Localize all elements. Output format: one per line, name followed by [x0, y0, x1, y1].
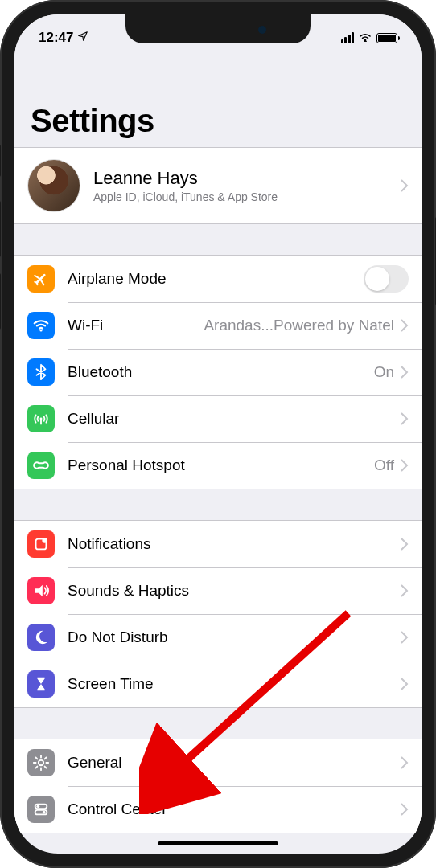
- profile-subtitle: Apple ID, iCloud, iTunes & App Store: [93, 190, 278, 203]
- row-label: Wi-Fi: [68, 317, 103, 334]
- row-wifi[interactable]: Wi-Fi Arandas...Powered by Natel: [14, 302, 422, 349]
- row-label: Screen Time: [68, 675, 154, 693]
- avatar: [27, 159, 80, 212]
- row-do-not-disturb[interactable]: Do Not Disturb: [14, 614, 422, 661]
- chevron-right-icon: [401, 459, 409, 472]
- bluetooth-icon: [27, 358, 55, 386]
- row-label: General: [68, 754, 122, 772]
- cellular-icon: [27, 405, 55, 432]
- hourglass-icon: [27, 670, 55, 698]
- chevron-right-icon: [401, 179, 409, 192]
- svg-point-6: [39, 760, 43, 765]
- airplane-toggle[interactable]: [364, 265, 409, 293]
- svg-point-10: [43, 811, 46, 814]
- row-label: Bluetooth: [68, 363, 132, 381]
- row-cellular[interactable]: Cellular: [14, 395, 422, 442]
- row-label: Control Center: [68, 800, 167, 818]
- row-label: Sounds & Haptics: [68, 582, 189, 600]
- wifi-settings-icon: [27, 312, 55, 339]
- row-apple-id[interactable]: Leanne Hays Apple ID, iCloud, iTunes & A…: [14, 148, 422, 223]
- home-indicator[interactable]: [158, 841, 278, 845]
- row-value: On: [374, 363, 394, 381]
- chevron-right-icon: [401, 631, 409, 644]
- row-sounds-haptics[interactable]: Sounds & Haptics: [14, 567, 422, 614]
- row-airplane-mode[interactable]: Airplane Mode: [14, 256, 422, 302]
- section-general: General Control Center: [14, 739, 422, 833]
- chevron-right-icon: [401, 319, 409, 332]
- chevron-right-icon: [401, 412, 409, 425]
- phone-frame: 12:47 Settings Leanne Hays: [0, 0, 436, 868]
- moon-icon: [27, 624, 55, 651]
- chevron-right-icon: [401, 538, 409, 551]
- wifi-icon: [358, 30, 372, 46]
- section-alerts: Notifications Sounds & Haptics Do Not Di…: [14, 520, 422, 708]
- row-value: Off: [374, 457, 394, 474]
- gear-icon: [27, 749, 55, 776]
- row-label: Airplane Mode: [68, 270, 167, 288]
- sounds-icon: [27, 577, 55, 604]
- svg-point-0: [364, 39, 367, 42]
- chevron-right-icon: [401, 366, 409, 379]
- notifications-icon: [27, 530, 55, 558]
- row-label: Personal Hotspot: [68, 457, 185, 474]
- screen: 12:47 Settings Leanne Hays: [14, 14, 422, 854]
- row-label: Cellular: [68, 410, 119, 428]
- svg-point-1: [39, 329, 42, 331]
- airplane-icon: [27, 265, 55, 293]
- row-screen-time[interactable]: Screen Time: [14, 661, 422, 707]
- chevron-right-icon: [401, 584, 409, 597]
- row-label: Do Not Disturb: [68, 628, 168, 646]
- chevron-right-icon: [401, 803, 409, 816]
- battery-icon: [376, 33, 397, 43]
- row-control-center[interactable]: Control Center: [14, 786, 422, 833]
- section-connectivity: Airplane Mode Wi-Fi Arandas...Powered by…: [14, 255, 422, 489]
- page-header: Settings: [14, 55, 422, 147]
- switches-icon: [27, 796, 55, 823]
- hotspot-icon: [27, 452, 55, 479]
- chevron-right-icon: [401, 678, 409, 690]
- profile-name: Leanne Hays: [93, 168, 278, 189]
- row-personal-hotspot[interactable]: Personal Hotspot Off: [14, 442, 422, 489]
- device-notch: [125, 14, 311, 43]
- row-label: Notifications: [68, 535, 151, 553]
- row-general[interactable]: General: [14, 739, 422, 786]
- svg-point-5: [42, 538, 47, 542]
- page-title: Settings: [31, 103, 405, 139]
- section-profile: Leanne Hays Apple ID, iCloud, iTunes & A…: [14, 147, 422, 224]
- location-icon: [77, 30, 88, 46]
- cellular-signal-icon: [341, 32, 355, 43]
- row-value: Arandas...Powered by Natel: [204, 317, 394, 334]
- row-bluetooth[interactable]: Bluetooth On: [14, 349, 422, 395]
- status-time: 12:47: [39, 30, 73, 46]
- chevron-right-icon: [401, 756, 409, 769]
- svg-point-8: [37, 805, 40, 809]
- row-notifications[interactable]: Notifications: [14, 521, 422, 567]
